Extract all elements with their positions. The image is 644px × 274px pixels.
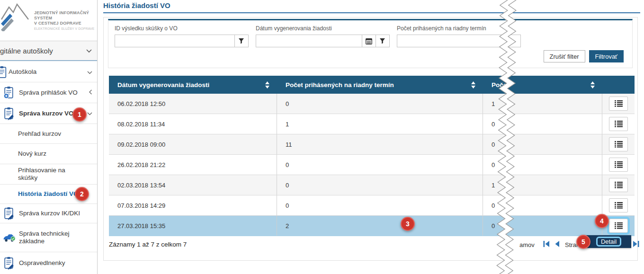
sidebar-item-label: Prihlasovanie na skúšky bbox=[18, 167, 80, 182]
sort-icon[interactable] bbox=[265, 81, 269, 88]
sidebar-item-novy-kurz[interactable]: Nový kurz bbox=[0, 144, 97, 164]
pocet-prihasenych-input[interactable] bbox=[397, 35, 520, 47]
sort-icon[interactable] bbox=[590, 81, 595, 88]
list-icon bbox=[615, 202, 623, 209]
column-header-label: Počet bbox=[483, 81, 509, 88]
clear-filter-button[interactable]: Zrušiť filter bbox=[544, 50, 585, 62]
filter-field-id-vysledku: ID výsledku skúšky o VO bbox=[115, 25, 249, 47]
column-header-datum[interactable]: Dátum vygenerovania žiadosti bbox=[109, 76, 277, 94]
row-context-menu: Detail bbox=[586, 235, 631, 248]
cell-pocet-riadny: 1 bbox=[277, 114, 483, 134]
sidebar-item-ospravedlnenky[interactable]: Ospravedlnenky bbox=[0, 252, 97, 274]
sidebar-item-prihlasovanie-na-skusky[interactable]: Prihlasovanie na skúšky bbox=[0, 164, 97, 185]
cell-pocet: 1 bbox=[483, 175, 602, 195]
sidebar-item-autoskola[interactable]: Autoškola bbox=[0, 62, 97, 82]
list-icon bbox=[615, 161, 623, 168]
table-row[interactable]: 08.02.2018 11:34 1 0 bbox=[109, 114, 635, 134]
row-actions-button[interactable] bbox=[609, 198, 628, 212]
history-table: Dátum vygenerovania žiadosti Počet prihá… bbox=[109, 76, 635, 236]
cell-datum: 06.02.2018 12:50 bbox=[109, 94, 277, 114]
table-row[interactable]: 07.03.2018 14:29 0 0 bbox=[109, 195, 635, 216]
calendar-icon[interactable] bbox=[362, 35, 376, 47]
table-row[interactable]: 02.03.2018 13:54 0 1 bbox=[109, 175, 635, 195]
table-footer: Záznamy 1 až 7 z celkom 7 amov Strana bbox=[109, 237, 635, 253]
apply-filter-button[interactable]: Filtrovať bbox=[589, 50, 624, 62]
cell-datum: 02.03.2018 13:54 bbox=[109, 175, 277, 195]
column-header-pocet[interactable]: Počet bbox=[483, 76, 602, 94]
sidebar-item-sprava-kurzov-ik-dki[interactable]: Správa kurzov IK/DKI bbox=[0, 204, 97, 223]
funnel-filter-icon[interactable] bbox=[234, 35, 248, 47]
content-panel: ID výsledku skúšky o VO Dátum vygenerova… bbox=[103, 17, 638, 261]
filter-panel: ID výsledku skúšky o VO Dátum vygenerova… bbox=[108, 19, 633, 68]
cell-pocet: 0 bbox=[483, 114, 602, 134]
column-header-label: Dátum vygenerovania žiadosti bbox=[109, 81, 209, 88]
list-icon bbox=[615, 141, 623, 148]
logo-text: JEDNOTNÝ INFORMAČNÝ SYSTÉM V CESTNEJ DOP… bbox=[34, 10, 97, 30]
datum-vygenerovania-input[interactable] bbox=[256, 35, 362, 47]
row-actions-button[interactable] bbox=[609, 158, 628, 172]
last-page-button[interactable] bbox=[632, 241, 640, 247]
sidebar: JEDNOTNÝ INFORMAČNÝ SYSTÉM V CESTNEJ DOP… bbox=[0, 0, 98, 274]
clipboard-pen-icon bbox=[2, 207, 16, 220]
column-header-pocet-riadny[interactable]: Počet prihásených na riadny termín bbox=[277, 76, 483, 94]
table-row[interactable]: 26.02.2018 21:22 0 0 bbox=[109, 155, 635, 175]
list-icon bbox=[615, 222, 623, 229]
row-actions-button-focused[interactable] bbox=[609, 219, 628, 233]
cell-pocet: 0 bbox=[483, 155, 602, 175]
filter-field-datum: Dátum vygenerovania žiadosti bbox=[256, 25, 390, 47]
id-vysledku-input[interactable] bbox=[115, 35, 234, 47]
list-icon bbox=[615, 121, 623, 127]
table-row[interactable]: 09.02.2018 09:00 11 0 bbox=[109, 134, 635, 155]
clipboard-plus-icon bbox=[2, 86, 16, 99]
driving-school-icon bbox=[0, 66, 9, 79]
row-actions-button[interactable] bbox=[609, 117, 628, 131]
cell-pocet-riadny: 0 bbox=[277, 175, 483, 195]
row-actions-button[interactable] bbox=[609, 137, 628, 151]
sort-icon[interactable] bbox=[471, 81, 475, 88]
cell-pocet: 0 bbox=[483, 134, 602, 154]
sidebar-section-digitalne-autoskoly[interactable]: gitálne autoškoly bbox=[0, 41, 98, 61]
sidebar-item-sprava-prihlasok-vo[interactable]: Správa prihlášok VO bbox=[0, 82, 97, 103]
chevron-down-icon bbox=[87, 69, 92, 76]
clipboard-pen-icon bbox=[2, 107, 16, 120]
cell-datum: 08.02.2018 11:34 bbox=[109, 114, 277, 134]
funnel-filter-icon[interactable] bbox=[376, 35, 389, 47]
annotation-step-5: 5 bbox=[576, 235, 590, 249]
cell-pocet-riadny: 0 bbox=[277, 155, 483, 175]
table-row[interactable]: 06.02.2018 12:50 0 1 bbox=[109, 94, 635, 114]
filter-label: Dátum vygenerovania žiadosti bbox=[256, 25, 390, 32]
annotation-step-2: 2 bbox=[75, 187, 89, 201]
app-screen: JEDNOTNÝ INFORMAČNÝ SYSTÉM V CESTNEJ DOP… bbox=[0, 0, 644, 274]
column-header-label: Počet prihásených na riadny termín bbox=[277, 81, 394, 88]
annotation-step-3: 3 bbox=[401, 217, 415, 231]
detail-menu-item[interactable]: Detail bbox=[596, 237, 621, 247]
sidebar-item-sprava-technickej-zakladne[interactable]: Správa technickej základne bbox=[0, 223, 97, 252]
table-row-selected[interactable]: 27.03.2018 15:35 2 0 bbox=[109, 216, 635, 236]
sidebar-item-label: Správa kurzov IK/DKI bbox=[19, 210, 81, 217]
filter-label: ID výsledku skúšky o VO bbox=[115, 25, 249, 32]
logo-line1: JEDNOTNÝ INFORMAČNÝ SYSTÉM bbox=[34, 10, 97, 21]
first-page-button[interactable] bbox=[543, 241, 550, 247]
cell-pocet: 1 bbox=[483, 94, 602, 114]
page-title: História žiadostí VO bbox=[103, 1, 170, 9]
mountain-logo-icon bbox=[0, 2, 30, 31]
cell-datum: 09.02.2018 09:00 bbox=[109, 134, 277, 154]
cell-pocet: 0 bbox=[483, 216, 602, 236]
row-actions-button[interactable] bbox=[609, 97, 628, 111]
sidebar-item-label: Prehľad kurzov bbox=[18, 130, 80, 138]
chevron-left-icon bbox=[89, 89, 92, 96]
records-count-text: Záznamy 1 až 7 z celkom 7 bbox=[109, 241, 187, 248]
logo-line3: ELEKTRONICKÉ SLUŽBY V DOPRAVE bbox=[34, 27, 97, 30]
cell-datum: 27.03.2018 15:35 bbox=[109, 216, 277, 236]
section-label: gitálne autoškoly bbox=[0, 47, 53, 55]
page-size-partial-label: amov bbox=[519, 241, 535, 248]
previous-page-button[interactable] bbox=[555, 241, 560, 247]
sidebar-item-label: Autoškola bbox=[9, 68, 71, 76]
list-icon bbox=[615, 100, 623, 107]
row-actions-button[interactable] bbox=[609, 178, 628, 192]
clipboard-pen-icon bbox=[2, 256, 16, 270]
filter-field-pocet: Počet prihásených na riadny termín bbox=[397, 25, 521, 47]
sidebar-item-label: História žiadostí VO bbox=[18, 190, 80, 198]
filter-label: Počet prihásených na riadny termín bbox=[397, 25, 521, 32]
sidebar-item-prehlad-kurzov[interactable]: Prehľad kurzov bbox=[0, 124, 97, 144]
